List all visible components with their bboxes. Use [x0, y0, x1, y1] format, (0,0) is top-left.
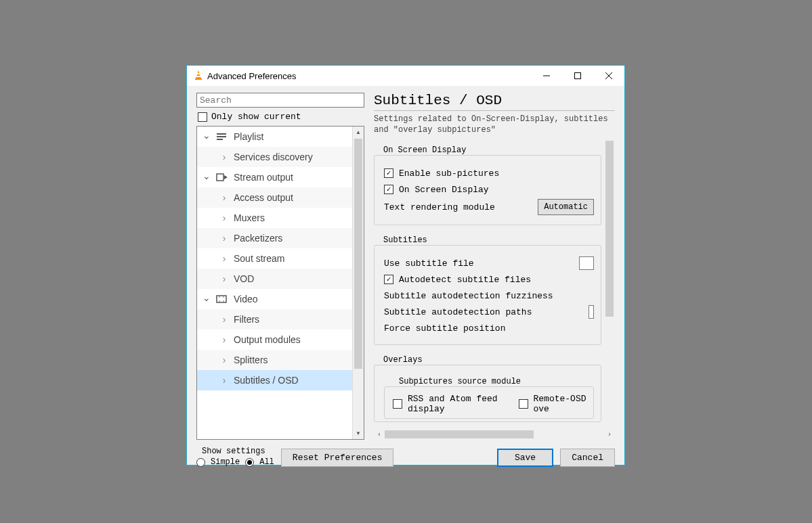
left-pane: Only show current PlaylistServices disco… [196, 93, 364, 440]
tree-wrap: PlaylistServices discoveryStream outputA… [196, 126, 364, 440]
simple-radio[interactable] [196, 458, 205, 467]
tree-item-label: Services discovery [234, 152, 313, 162]
subtitles-group-legend: Subtitles [381, 235, 430, 245]
only-show-current-checkbox[interactable] [198, 112, 207, 122]
svg-point-15 [223, 296, 224, 298]
tree-item-label: Filters [234, 314, 259, 325]
right-pane: Subtitles / OSD Settings related to On-S… [374, 93, 615, 440]
chevron-down-icon [202, 172, 211, 183]
window-title: Advanced Preferences [194, 70, 297, 83]
chevron-right-icon [220, 375, 228, 386]
tree-item-label: Stream output [234, 172, 293, 183]
chevron-right-icon [220, 192, 228, 203]
chevron-down-icon [202, 294, 211, 304]
tree-item-label: Video [234, 294, 258, 304]
tree-child-item[interactable]: Sout stream [197, 248, 352, 269]
tree-parent-item[interactable]: Stream output [197, 167, 352, 187]
autodetect-label: Autodetect subtitle files [399, 275, 531, 285]
chevron-right-icon [220, 355, 228, 365]
paths-input[interactable] [589, 305, 594, 319]
svg-rect-3 [196, 76, 200, 77]
page-description: Settings related to On-Screen-Display, s… [374, 114, 615, 135]
page-title: Subtitles / OSD [374, 93, 615, 111]
only-show-current-label: Only show current [211, 112, 301, 122]
force-position-label: Force subtitle position [384, 323, 505, 334]
footer: Show settings Simple All Reset Preferenc… [196, 440, 615, 467]
content-area: Only show current PlaylistServices disco… [187, 86, 624, 474]
svg-rect-2 [197, 73, 200, 74]
tree-scrollbar[interactable]: ▲ ▼ [352, 127, 364, 439]
tree-parent-item[interactable]: Video [197, 289, 352, 309]
cancel-button[interactable]: Cancel [560, 449, 615, 467]
tree-child-item[interactable]: Subtitles / OSD [197, 370, 352, 390]
show-settings-group: Show settings Simple All [196, 447, 274, 467]
all-radio-label: All [259, 457, 274, 467]
autodetect-checkbox[interactable] [384, 275, 393, 284]
maximize-button[interactable] [562, 66, 593, 86]
svg-rect-12 [217, 296, 226, 302]
tree-child-item[interactable]: Muxers [197, 208, 352, 228]
svg-point-16 [223, 300, 224, 302]
stream-icon [216, 171, 228, 183]
chevron-right-icon [220, 152, 228, 162]
chevron-right-icon [220, 253, 228, 264]
subtitles-group: Subtitles Use subtitle file Autodetect s… [374, 231, 601, 345]
tree-item-label: Subtitles / OSD [234, 375, 299, 386]
show-settings-label: Show settings [202, 447, 274, 456]
osd-group-legend: On Screen Display [381, 145, 469, 155]
chevron-right-icon [220, 273, 228, 284]
on-screen-display-checkbox[interactable] [384, 185, 393, 194]
svg-rect-5 [575, 73, 581, 79]
titlebar: Advanced Preferences [187, 66, 624, 86]
settings-vscrollbar[interactable] [604, 141, 615, 428]
subpictures-source-legend: Subpictures source module [396, 377, 523, 386]
chevron-right-icon [220, 212, 228, 223]
tree-parent-item[interactable]: Playlist [197, 127, 352, 147]
all-radio[interactable] [245, 458, 254, 467]
remote-osd-label: Remote-OSD ove [534, 394, 588, 414]
settings-vscroll-thumb[interactable] [605, 141, 614, 317]
tree-child-item[interactable]: Services discovery [197, 147, 352, 167]
tree-child-item[interactable]: Splitters [197, 350, 352, 370]
settings-hscrollbar[interactable]: ‹ › [374, 429, 615, 440]
tree-child-item[interactable]: Packetizers [197, 228, 352, 248]
tree-child-item[interactable]: Filters [197, 309, 352, 329]
only-show-current[interactable]: Only show current [198, 112, 364, 122]
tree-item-label: Splitters [234, 355, 268, 365]
chevron-right-icon [220, 334, 228, 345]
video-icon [216, 293, 228, 305]
chevron-right-icon [220, 314, 228, 325]
remote-osd-checkbox[interactable] [519, 399, 528, 409]
search-input[interactable] [196, 93, 364, 108]
rss-checkbox[interactable] [393, 399, 402, 409]
use-subtitle-file-input[interactable] [579, 256, 594, 270]
tree-child-item[interactable]: Access output [197, 187, 352, 208]
save-button[interactable]: Save [497, 449, 553, 467]
use-subtitle-file-label: Use subtitle file [384, 258, 474, 269]
settings-hscroll-thumb[interactable] [385, 430, 534, 438]
minimize-button[interactable] [531, 66, 562, 86]
chevron-right-icon [220, 233, 228, 244]
reset-preferences-button[interactable]: Reset Preferences [281, 449, 394, 467]
settings-tree[interactable]: PlaylistServices discoveryStream outputA… [197, 127, 352, 439]
tree-child-item[interactable]: Output modules [197, 329, 352, 350]
tree-scroll-thumb[interactable] [354, 139, 362, 369]
preferences-window: Advanced Preferences Only show current P… [186, 65, 625, 465]
close-button[interactable] [593, 66, 624, 86]
svg-point-13 [219, 296, 220, 298]
text-rendering-combo[interactable]: Automatic [538, 199, 594, 215]
tree-item-label: Output modules [234, 334, 301, 345]
playlist-icon [216, 131, 228, 143]
simple-radio-label: Simple [211, 457, 240, 467]
settings-body: On Screen Display Enable sub-pictures On… [374, 141, 601, 428]
hscroll-right-icon[interactable]: › [604, 431, 615, 438]
tree-item-label: Packetizers [234, 233, 282, 244]
text-rendering-label: Text rendering module [384, 202, 495, 212]
tree-item-label: VOD [234, 273, 254, 284]
overlays-group: Overlays Subpictures source module RSS [374, 350, 601, 422]
hscroll-left-icon[interactable]: ‹ [374, 431, 385, 438]
tree-child-item[interactable]: VOD [197, 269, 352, 289]
enable-subpictures-checkbox[interactable] [384, 168, 393, 178]
svg-point-14 [219, 300, 220, 302]
on-screen-display-label: On Screen Display [399, 185, 489, 195]
